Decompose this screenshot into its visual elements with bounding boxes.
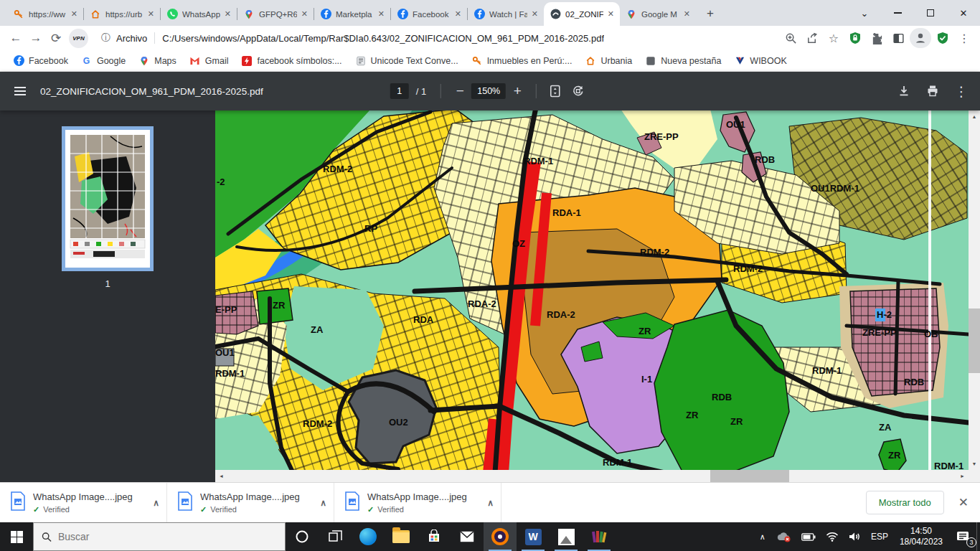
browser-tab[interactable]: Google M✕ [620,2,696,26]
language-badge[interactable]: ESP [866,522,893,551]
show-all-downloads-button[interactable]: Mostrar todo [866,491,944,514]
tab-close-icon[interactable]: ✕ [71,9,77,19]
tab-close-icon[interactable]: ✕ [608,9,614,19]
tab-close-icon[interactable]: ✕ [225,9,231,19]
share-icon[interactable] [802,28,822,48]
word-icon[interactable]: W [517,522,550,551]
bookmark-item[interactable]: Maps [133,53,182,69]
scroll-right-icon[interactable]: ► [956,470,969,482]
maximize-button[interactable] [914,0,947,26]
scroll-down-icon[interactable]: ▼ [969,458,980,469]
scroll-left-icon[interactable]: ◄ [215,470,227,482]
vertical-scroll-thumb[interactable] [969,309,980,373]
reload-icon[interactable]: ⟳ [46,28,66,48]
tab-close-icon[interactable]: ✕ [378,9,385,19]
task-view-button[interactable] [319,522,352,551]
bookmark-item[interactable]: Inmuebles en Perú:... [466,53,578,69]
bookmark-star-icon[interactable]: ☆ [824,28,844,48]
file-explorer-icon[interactable] [385,522,418,551]
omnibox[interactable]: ⓘ Archivo C:/Users/windows/AppData/Local… [94,28,775,48]
browser-tab[interactable]: Facebook✕ [391,2,467,26]
tab-close-icon[interactable]: ✕ [684,9,690,19]
browser-tab[interactable]: https://urb✕ [84,2,160,26]
bookmark-item[interactable]: WIBOOK [728,53,792,69]
show-desktop-button[interactable] [976,522,980,551]
adblock-shield-icon[interactable] [845,28,865,48]
scroll-up-icon[interactable]: ▲ [969,110,980,122]
search-input[interactable] [58,531,277,542]
info-icon[interactable]: ⓘ [101,32,110,44]
taskbar-search[interactable] [33,522,286,551]
browser-tab[interactable]: https://ww✕ [7,2,83,26]
download-icon[interactable] [890,80,918,103]
close-window-button[interactable]: ✕ [947,0,980,26]
edge-icon[interactable] [352,522,385,551]
tab-title: https://ww [29,10,67,19]
zoom-page-icon[interactable] [781,28,801,48]
download-expand-icon[interactable]: ∧ [153,498,159,508]
photos-icon[interactable] [550,522,583,551]
bookmark-item[interactable]: GGoogle [75,53,131,69]
tab-close-icon[interactable]: ✕ [455,9,461,19]
bookmark-item[interactable]: Facebook [7,53,74,69]
secure-browser-icon[interactable] [484,522,517,551]
zoom-in-button[interactable]: + [506,80,529,103]
downloads-bar-close-icon[interactable]: ✕ [958,495,969,510]
battery-icon[interactable] [796,522,821,551]
tab-search-caret-icon[interactable]: ⌄ [848,0,881,26]
vertical-scrollbar[interactable]: ▲ ▼ [969,110,980,482]
wifi-icon[interactable] [821,522,844,551]
browser-tab[interactable]: Watch | Fa✕ [468,2,544,26]
minimize-button[interactable] [881,0,914,26]
horizontal-scrollbar[interactable]: ◄ ► [215,470,969,482]
browser-tab[interactable]: WhatsApp✕ [161,2,237,26]
side-panel-icon[interactable] [888,28,908,48]
security-shield-check-icon[interactable] [933,28,953,48]
pdf-page-canvas[interactable]: RDM-2-2RPRDM-1ZRE-PPOU1RDBOU1RDM-1RDA-1O… [215,110,980,482]
bookmark-item[interactable]: Unicode Text Conve... [349,53,464,69]
vpn-extension-icon[interactable]: VPN [69,29,88,48]
page-number-input[interactable]: 1 [390,83,409,99]
print-icon[interactable] [918,80,947,103]
microsoft-store-icon[interactable] [418,522,451,551]
browser-tab[interactable]: GFPQ+R6C✕ [237,2,314,26]
tab-close-icon[interactable]: ✕ [148,9,154,19]
download-item[interactable]: WhatsApp Image....jpeg✓Verified∧ [0,483,167,522]
taskbar-clock[interactable]: 14:50 18/04/2023 [893,522,949,551]
zoom-level-input[interactable]: 150% [471,83,506,99]
onedrive-icon[interactable] [771,522,796,551]
winrar-icon[interactable] [583,522,616,551]
rotate-button[interactable] [567,80,590,103]
back-icon[interactable]: ← [6,28,26,48]
zoom-out-button[interactable]: − [448,80,471,103]
forward-icon[interactable]: → [26,28,46,48]
pdf-more-icon[interactable]: ⋮ [947,80,976,103]
new-tab-button[interactable]: + [700,4,720,24]
page-thumbnail[interactable] [62,126,154,271]
tab-close-icon[interactable]: ✕ [301,9,308,19]
tray-chevron-icon[interactable]: ∧ [755,522,771,551]
browser-tab[interactable]: 02_ZONIFI✕ [544,2,620,26]
volume-icon[interactable] [844,522,866,551]
image-file-icon [10,491,26,514]
start-button[interactable] [0,522,33,551]
horizontal-scroll-thumb[interactable] [710,470,789,482]
bookmark-item[interactable]: Gmail [184,53,235,69]
browser-menu-icon[interactable]: ⋮ [954,28,974,48]
tab-close-icon[interactable]: ✕ [532,9,538,19]
bookmark-item[interactable]: Nueva pestaña [639,53,727,69]
fit-to-page-button[interactable] [544,80,567,103]
cortana-button[interactable] [286,522,319,551]
profile-avatar[interactable] [910,28,931,48]
notification-center-icon[interactable]: 3 [949,522,976,551]
extensions-puzzle-icon[interactable] [867,28,887,48]
mail-icon[interactable] [451,522,484,551]
browser-tab[interactable]: Marketpla✕ [314,2,390,26]
download-item[interactable]: WhatsApp Image....jpeg✓Verified∧ [167,483,334,522]
download-expand-icon[interactable]: ∧ [320,498,326,508]
pdf-menu-icon[interactable] [0,87,40,95]
bookmark-item[interactable]: Urbania [579,53,638,69]
download-expand-icon[interactable]: ∧ [487,498,494,508]
download-item[interactable]: WhatsApp Image....jpeg✓Verified∧ [334,483,501,522]
bookmark-item[interactable]: facebook símbolos:... [235,53,347,69]
